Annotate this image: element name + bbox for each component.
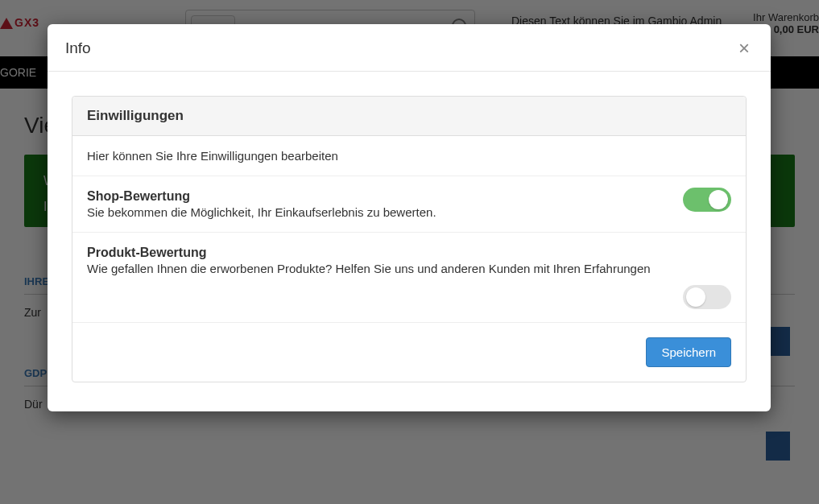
consent-intro-text: Hier können Sie Ihre Einwilligungen bear… bbox=[87, 149, 338, 163]
panel-footer: Speichern bbox=[72, 323, 746, 382]
consent-shop-title: Shop-Bewertung bbox=[87, 189, 190, 203]
toggle-knob bbox=[709, 190, 728, 209]
consent-shop-desc: Sie bekommen die Möglichkeit, Ihr Einkau… bbox=[87, 205, 731, 219]
consent-product-title: Produkt-Bewertung bbox=[87, 246, 206, 259]
panel-title: Einwilligungen bbox=[87, 108, 731, 124]
consent-product-desc: Wie gefallen Ihnen die erworbenen Produk… bbox=[87, 262, 731, 275]
consent-intro: Hier können Sie Ihre Einwilligungen bear… bbox=[72, 136, 746, 176]
toggle-shop-rating[interactable] bbox=[683, 188, 731, 212]
modal-header: Info × bbox=[48, 24, 771, 72]
consent-panel: Einwilligungen Hier können Sie Ihre Einw… bbox=[72, 96, 747, 382]
info-modal: Info × Einwilligungen Hier können Sie Ih… bbox=[48, 24, 771, 411]
panel-heading: Einwilligungen bbox=[72, 97, 746, 136]
consent-product-rating: Produkt-Bewertung Wie gefallen Ihnen die… bbox=[72, 233, 746, 323]
save-button[interactable]: Speichern bbox=[646, 337, 731, 367]
consent-shop-rating: Shop-Bewertung Sie bekommen die Möglichk… bbox=[72, 176, 746, 233]
toggle-product-rating[interactable] bbox=[683, 285, 731, 309]
modal-title: Info bbox=[65, 39, 735, 57]
close-icon[interactable]: × bbox=[735, 39, 753, 58]
toggle-knob bbox=[686, 287, 705, 307]
